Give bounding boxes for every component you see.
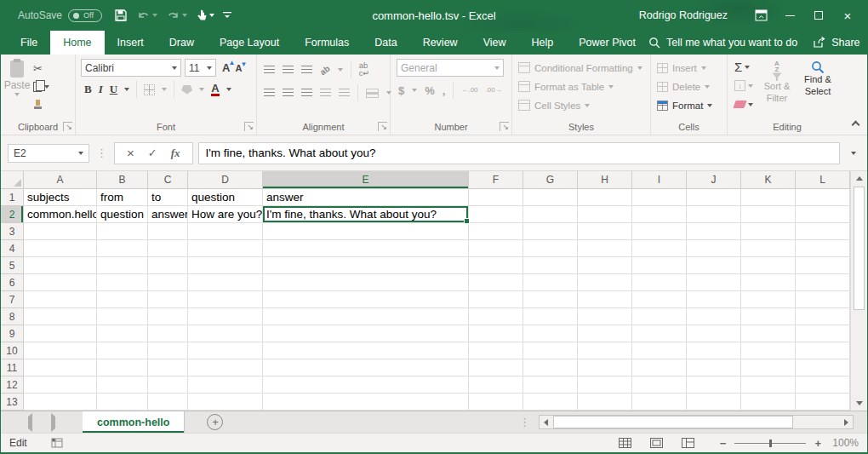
cell-L8[interactable] [796, 308, 850, 325]
cancel-entry-button[interactable]: × [127, 147, 134, 159]
cell-B9[interactable] [97, 325, 148, 342]
cell-I1[interactable] [632, 189, 687, 206]
cell-G5[interactable] [523, 257, 578, 274]
cell-E2[interactable]: I'm fine, thanks. What about you? [263, 206, 469, 223]
cell-K8[interactable] [741, 308, 796, 325]
autosum-dropdown-icon[interactable] [745, 66, 750, 69]
decrease-decimal-icon[interactable]: .00→ [486, 87, 502, 94]
select-all-corner[interactable] [1, 171, 24, 189]
cell-K10[interactable] [741, 342, 796, 359]
cell-E9[interactable] [263, 325, 469, 342]
font-color-button[interactable]: A [211, 83, 219, 97]
cell-E5[interactable] [263, 257, 469, 274]
top-align-icon[interactable] [264, 66, 275, 74]
cell-H1[interactable] [578, 189, 632, 206]
tab-help[interactable]: Help [519, 31, 567, 55]
cell-J7[interactable] [687, 291, 741, 308]
orientation-icon[interactable]: ab [318, 63, 332, 77]
cell-H2[interactable] [578, 206, 632, 223]
cell-B6[interactable] [97, 274, 148, 291]
vertical-scroll-thumb[interactable] [854, 187, 865, 310]
cell-C7[interactable] [148, 291, 188, 308]
cell-H13[interactable] [578, 394, 632, 411]
middle-align-icon[interactable] [283, 66, 294, 74]
cell-H12[interactable] [578, 376, 632, 394]
tab-page-layout[interactable]: Page Layout [207, 31, 292, 55]
cell-I5[interactable] [632, 257, 687, 274]
scroll-left-icon[interactable] [540, 416, 552, 428]
cell-K4[interactable] [741, 240, 796, 257]
cell-J13[interactable] [687, 394, 741, 411]
tab-scroll-split-dots[interactable]: ⋮ [517, 416, 532, 428]
column-header-C[interactable]: C [148, 171, 188, 189]
decrease-indent-icon[interactable] [320, 89, 331, 97]
close-button[interactable]: × [833, 0, 862, 31]
customize-qat-button[interactable] [220, 4, 235, 26]
cell-C6[interactable] [148, 274, 188, 291]
cell-L7[interactable] [796, 291, 850, 308]
cell-A4[interactable] [24, 240, 97, 257]
increase-decimal-icon[interactable]: ←.00 [461, 87, 477, 94]
cell-F2[interactable] [469, 206, 523, 223]
zoom-out-button[interactable]: − [720, 438, 727, 449]
cell-C4[interactable] [148, 240, 188, 257]
cell-I8[interactable] [632, 308, 687, 325]
cell-A11[interactable] [24, 359, 97, 376]
cell-L3[interactable] [796, 223, 850, 240]
cell-E1[interactable]: answer [263, 189, 469, 206]
cell-G12[interactable] [523, 376, 578, 394]
cell-L10[interactable] [796, 342, 850, 359]
clipboard-dialog-launcher[interactable]: ↘ [63, 122, 72, 131]
cell-D7[interactable] [188, 291, 263, 308]
cell-J5[interactable] [687, 257, 741, 274]
font-size-select[interactable]: 11 [185, 59, 216, 77]
column-header-E[interactable]: E [263, 171, 469, 189]
ribbon-display-options-button[interactable] [746, 0, 775, 31]
zoom-slider[interactable] [734, 443, 806, 444]
maximize-button[interactable] [804, 0, 833, 31]
cell-I13[interactable] [632, 394, 687, 411]
scroll-down-icon[interactable] [854, 398, 865, 409]
cell-G2[interactable] [523, 206, 578, 223]
number-format-select[interactable]: General [397, 59, 504, 77]
cell-D11[interactable] [188, 359, 263, 376]
previous-sheet-icon[interactable] [28, 417, 32, 428]
cell-K13[interactable] [741, 394, 796, 411]
zoom-slider-thumb[interactable] [769, 440, 772, 447]
cell-B11[interactable] [97, 359, 148, 376]
cell-E8[interactable] [263, 308, 469, 325]
cell-D2[interactable]: How are you? [188, 206, 263, 223]
number-dialog-launcher[interactable]: ↘ [500, 122, 509, 131]
cell-I10[interactable] [632, 342, 687, 359]
cell-L9[interactable] [796, 325, 850, 342]
row-header-1[interactable]: 1 [1, 189, 24, 206]
cell-C12[interactable] [148, 376, 188, 394]
cell-G8[interactable] [523, 308, 578, 325]
cell-C1[interactable]: to [148, 189, 188, 206]
cell-G10[interactable] [523, 342, 578, 359]
cell-L5[interactable] [796, 257, 850, 274]
undo-button[interactable] [133, 4, 161, 26]
fill-color-icon[interactable] [181, 85, 192, 95]
tell-me-box[interactable]: Tell me what you want to do [648, 37, 797, 49]
page-break-preview-button[interactable] [682, 438, 694, 448]
percent-style-button[interactable]: % [425, 84, 435, 97]
cell-F12[interactable] [469, 376, 523, 394]
cell-A6[interactable] [24, 274, 97, 291]
row-header-8[interactable]: 8 [1, 308, 24, 325]
row-header-12[interactable]: 12 [1, 376, 24, 394]
grow-font-button[interactable]: A▲ [222, 61, 230, 74]
zoom-in-button[interactable]: + [814, 438, 821, 449]
vertical-scrollbar[interactable] [850, 171, 867, 411]
horizontal-scroll-thumb[interactable] [553, 416, 793, 428]
cell-L2[interactable] [796, 206, 850, 223]
row-header-10[interactable]: 10 [1, 342, 24, 359]
tab-data[interactable]: Data [362, 31, 409, 55]
accounting-format-button[interactable]: $ [398, 84, 404, 97]
normal-view-button[interactable] [619, 438, 631, 448]
cell-I12[interactable] [632, 376, 687, 394]
copy-button[interactable] [31, 79, 51, 94]
user-name[interactable]: Rodrigo Rodriguez [639, 9, 728, 21]
cell-K2[interactable] [741, 206, 796, 223]
tab-file[interactable]: File [8, 31, 50, 55]
